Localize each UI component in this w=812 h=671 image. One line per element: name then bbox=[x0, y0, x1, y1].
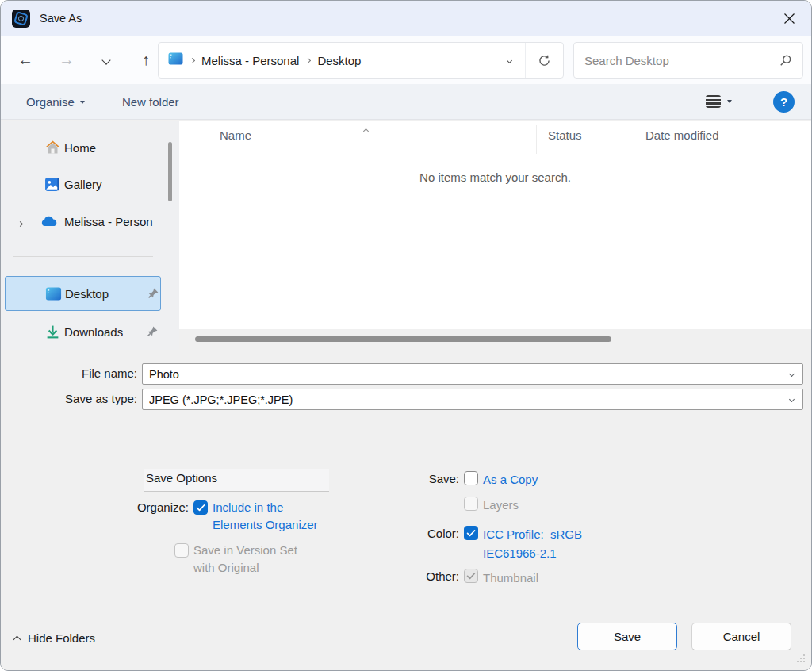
expand-chevron-icon[interactable] bbox=[18, 215, 22, 228]
refresh-button[interactable] bbox=[525, 43, 563, 78]
downloads-icon bbox=[44, 323, 61, 340]
navigation-bar: ← → ↑ Melissa - Personal Desktop bbox=[1, 36, 811, 84]
save-as-dialog: Save As ← → ↑ Melissa bbox=[0, 0, 812, 671]
back-arrow-icon: ← bbox=[17, 51, 33, 69]
sidebar-item-label: Downloads bbox=[64, 325, 123, 339]
sidebar-separator bbox=[13, 256, 153, 257]
new-folder-label: New folder bbox=[122, 95, 179, 109]
sidebar-item-onedrive[interactable]: Melissa - Person bbox=[1, 208, 163, 235]
organize-label: Organize: bbox=[104, 500, 189, 514]
search-box bbox=[573, 42, 803, 79]
onedrive-icon bbox=[40, 213, 58, 230]
as-a-copy-label[interactable]: As a Copy bbox=[483, 471, 578, 489]
forward-arrow-icon: → bbox=[59, 51, 75, 69]
breadcrumb-chevron[interactable] bbox=[306, 59, 310, 63]
help-button[interactable]: ? bbox=[773, 91, 795, 113]
checkbox-as-a-copy[interactable] bbox=[464, 471, 478, 485]
column-separator[interactable] bbox=[638, 125, 638, 154]
up-arrow-icon: ↑ bbox=[142, 51, 150, 69]
chevron-down-icon[interactable] bbox=[789, 371, 795, 377]
chevron-down-icon[interactable] bbox=[789, 397, 795, 402]
save-option-label: Save: bbox=[381, 472, 459, 485]
save-button[interactable]: Save bbox=[577, 623, 677, 650]
checkbox-include-organizer[interactable] bbox=[193, 500, 208, 515]
search-input[interactable] bbox=[574, 54, 768, 67]
desktop-icon bbox=[168, 52, 183, 68]
save-as-type-label: Save as type: bbox=[1, 392, 137, 405]
version-set-label: Save in Version Set with Original bbox=[193, 542, 328, 577]
color-option-label: Color: bbox=[381, 527, 459, 540]
checkbox-icc-profile[interactable] bbox=[464, 526, 478, 540]
new-folder-button[interactable]: New folder bbox=[122, 95, 179, 109]
sidebar-item-label: Home bbox=[64, 141, 96, 155]
breadcrumb-segment-desktop[interactable]: Desktop bbox=[317, 54, 361, 67]
close-icon bbox=[783, 13, 795, 25]
refresh-icon bbox=[538, 54, 551, 67]
home-icon bbox=[44, 139, 61, 156]
save-as-type-input[interactable] bbox=[143, 393, 790, 406]
gallery-icon bbox=[44, 175, 61, 193]
content-area: Home Gallery bbox=[1, 121, 811, 350]
include-organizer-label[interactable]: Include in the Elements Organizer bbox=[213, 499, 346, 534]
save-options-heading: Save Options bbox=[144, 469, 329, 492]
column-header-date-modified[interactable]: Date modified bbox=[645, 128, 719, 142]
up-button[interactable]: ↑ bbox=[132, 47, 159, 74]
close-button[interactable] bbox=[773, 2, 805, 34]
chevron-down-icon bbox=[102, 56, 110, 64]
checkbox-version-set bbox=[174, 543, 189, 558]
horizontal-scrollbar-thumb[interactable] bbox=[195, 336, 611, 342]
window-title: Save As bbox=[40, 12, 82, 25]
chevron-down-icon bbox=[506, 57, 511, 63]
options-separator bbox=[433, 516, 614, 516]
file-name-label: File name: bbox=[1, 366, 137, 380]
pin-icon[interactable] bbox=[147, 287, 159, 300]
sidebar-item-label: Desktop bbox=[65, 287, 109, 301]
layers-label: Layers bbox=[483, 497, 578, 514]
sidebar-item-gallery[interactable]: Gallery bbox=[1, 171, 163, 197]
file-name-input[interactable] bbox=[143, 368, 790, 381]
list-view-icon bbox=[706, 95, 721, 108]
icc-profile-label[interactable]: ICC Profile: sRGB IEC61966-2.1 bbox=[483, 525, 610, 563]
hide-folders-button[interactable]: Hide Folders bbox=[14, 631, 95, 645]
other-option-label: Other: bbox=[381, 569, 459, 583]
caret-down-icon bbox=[727, 100, 732, 103]
column-separator[interactable] bbox=[536, 125, 537, 154]
organise-button[interactable]: Organise bbox=[26, 95, 85, 109]
sidebar-item-home[interactable]: Home bbox=[1, 134, 163, 161]
save-as-type-combobox bbox=[142, 389, 803, 410]
sidebar-item-label: Melissa - Person bbox=[64, 215, 153, 228]
desktop-icon bbox=[44, 285, 62, 302]
sidebar-item-downloads[interactable]: Downloads bbox=[1, 318, 163, 345]
resize-grip[interactable] bbox=[795, 652, 806, 666]
command-toolbar: Organise New folder ? bbox=[1, 84, 811, 120]
search-icon[interactable] bbox=[768, 54, 802, 67]
checkbox-layers bbox=[464, 497, 478, 511]
back-button[interactable]: ← bbox=[12, 47, 39, 74]
change-view-button[interactable] bbox=[706, 95, 732, 108]
question-mark-icon: ? bbox=[780, 95, 787, 109]
navigation-pane: Home Gallery bbox=[1, 121, 179, 350]
title-bar: Save As bbox=[1, 1, 811, 36]
empty-list-message: No items match your search. bbox=[179, 171, 811, 184]
hide-folders-label: Hide Folders bbox=[28, 631, 95, 645]
organise-label: Organise bbox=[26, 95, 75, 109]
recent-locations-button[interactable] bbox=[93, 47, 120, 74]
forward-button[interactable]: → bbox=[53, 47, 80, 74]
pin-icon[interactable] bbox=[146, 325, 159, 338]
column-header-status[interactable]: Status bbox=[548, 128, 582, 142]
address-dropdown-button[interactable] bbox=[493, 43, 525, 78]
sidebar-scrollbar-thumb[interactable] bbox=[168, 142, 172, 201]
breadcrumb-segment-onedrive[interactable]: Melissa - Personal bbox=[201, 54, 299, 67]
sidebar-item-label: Gallery bbox=[64, 178, 102, 191]
checkbox-thumbnail bbox=[464, 569, 478, 583]
column-header-name[interactable]: Name bbox=[220, 128, 251, 142]
cancel-button[interactable]: Cancel bbox=[691, 623, 791, 650]
app-icon bbox=[12, 10, 30, 28]
caret-down-icon bbox=[80, 101, 85, 104]
address-bar[interactable]: Melissa - Personal Desktop bbox=[158, 42, 564, 79]
horizontal-scrollbar-track[interactable] bbox=[179, 329, 811, 350]
sidebar-item-desktop[interactable]: Desktop bbox=[5, 276, 161, 311]
save-options-panel: File name: Save as type: Save Options Or… bbox=[1, 350, 811, 670]
chevron-up-icon bbox=[13, 636, 21, 644]
breadcrumb-chevron[interactable] bbox=[190, 59, 194, 63]
